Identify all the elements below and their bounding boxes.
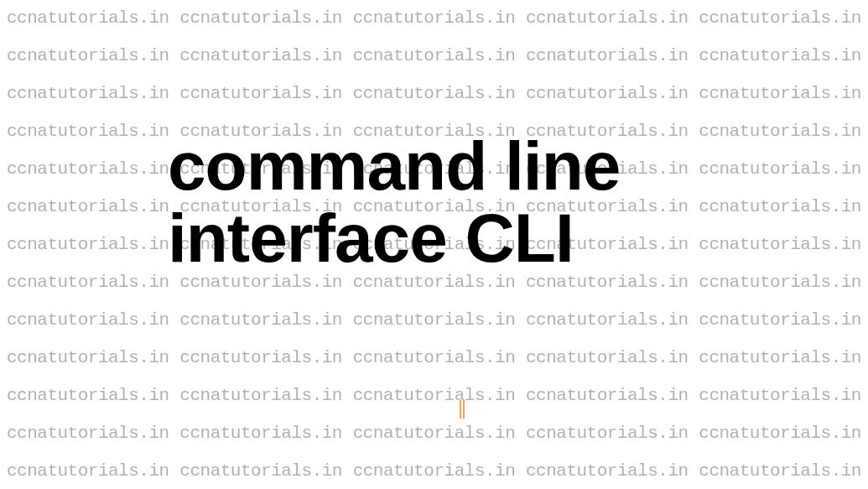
watermark-text: ccnatutorials.in [179, 348, 342, 367]
watermark-text: ccnatutorials.in [7, 46, 169, 65]
watermark-text: ccnatutorials.in [526, 424, 689, 443]
watermark-text: ccnatutorials.in [699, 197, 861, 216]
watermark-text: ccnatutorials.in [7, 159, 169, 179]
watermark-row: ccnatutorials.inccnatutorials.inccnatuto… [7, 8, 861, 28]
watermark-row: ccnatutorials.inccnatutorials.inccnatuto… [7, 310, 861, 330]
watermark-row: ccnatutorials.inccnatutorials.inccnatuto… [7, 461, 861, 481]
watermark-row: ccnatutorials.inccnatutorials.inccnatuto… [7, 348, 861, 367]
watermark-text: ccnatutorials.in [179, 461, 342, 481]
watermark-text: ccnatutorials.in [699, 122, 861, 141]
watermark-row: ccnatutorials.inccnatutorials.inccnatuto… [7, 84, 861, 103]
watermark-text: ccnatutorials.in [699, 273, 861, 292]
watermark-text: ccnatutorials.in [7, 424, 169, 443]
watermark-row: ccnatutorials.inccnatutorials.inccnatuto… [7, 386, 861, 405]
watermark-text: ccnatutorials.in [179, 84, 342, 103]
watermark-text: ccnatutorials.in [353, 8, 516, 28]
watermark-text: ccnatutorials.in [353, 386, 516, 405]
title-line-2: interface CLI [168, 202, 620, 274]
watermark-text: ccnatutorials.in [526, 310, 689, 330]
watermark-text: ccnatutorials.in [7, 235, 169, 254]
watermark-text: ccnatutorials.in [526, 461, 689, 481]
watermark-text: ccnatutorials.in [699, 386, 861, 405]
watermark-text: ccnatutorials.in [526, 348, 689, 367]
watermark-text: ccnatutorials.in [179, 8, 342, 28]
watermark-text: ccnatutorials.in [353, 46, 516, 65]
watermark-text: ccnatutorials.in [7, 386, 169, 405]
watermark-text: ccnatutorials.in [179, 46, 342, 65]
watermark-text: ccnatutorials.in [699, 46, 861, 65]
watermark-text: ccnatutorials.in [353, 348, 516, 367]
watermark-text: ccnatutorials.in [353, 84, 516, 103]
watermark-text: ccnatutorials.in [179, 424, 342, 443]
watermark-text: ccnatutorials.in [179, 386, 342, 405]
watermark-text: ccnatutorials.in [7, 273, 169, 292]
watermark-text: ccnatutorials.in [699, 84, 861, 103]
watermark-text: ccnatutorials.in [7, 8, 169, 28]
watermark-row: ccnatutorials.inccnatutorials.inccnatuto… [7, 46, 861, 65]
watermark-text: ccnatutorials.in [699, 310, 861, 330]
watermark-text: ccnatutorials.in [526, 46, 689, 65]
watermark-text: ccnatutorials.in [526, 84, 689, 103]
watermark-text: ccnatutorials.in [526, 8, 689, 28]
watermark-text: ccnatutorials.in [699, 159, 861, 179]
watermark-text: ccnatutorials.in [699, 8, 861, 28]
cursor-icon [460, 400, 465, 419]
watermark-text: ccnatutorials.in [7, 122, 169, 141]
watermark-text: ccnatutorials.in [179, 310, 342, 330]
watermark-text: ccnatutorials.in [7, 84, 169, 103]
watermark-text: ccnatutorials.in [699, 424, 861, 443]
watermark-text: ccnatutorials.in [353, 424, 516, 443]
watermark-text: ccnatutorials.in [353, 461, 516, 481]
title-overlay: command line interface CLI [168, 130, 620, 274]
title-line-1: command line [168, 130, 620, 202]
watermark-text: ccnatutorials.in [526, 386, 689, 405]
watermark-text: ccnatutorials.in [353, 310, 516, 330]
watermark-text: ccnatutorials.in [699, 348, 861, 367]
watermark-text: ccnatutorials.in [699, 235, 861, 254]
watermark-text: ccnatutorials.in [7, 197, 169, 216]
watermark-text: ccnatutorials.in [699, 461, 861, 481]
watermark-text: ccnatutorials.in [7, 348, 169, 367]
watermark-row: ccnatutorials.inccnatutorials.inccnatuto… [7, 424, 861, 443]
watermark-text: ccnatutorials.in [7, 461, 169, 481]
watermark-text: ccnatutorials.in [7, 310, 169, 330]
